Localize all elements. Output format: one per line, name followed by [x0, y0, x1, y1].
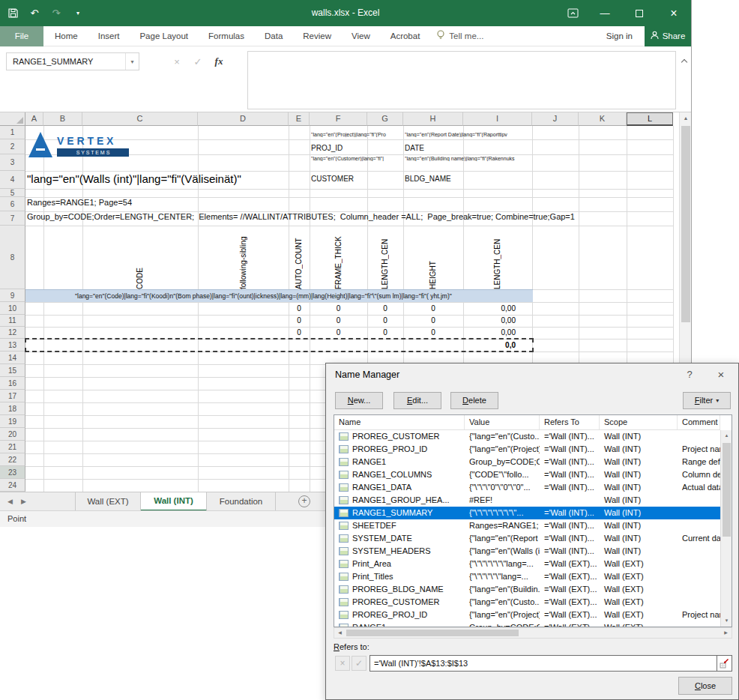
grid-cell-f2[interactable]: PROJ_ID: [311, 144, 343, 152]
list-scroll-left-icon[interactable]: ◀: [334, 628, 346, 638]
grid-cell-h12[interactable]: 0: [403, 327, 463, 339]
grid-cell-e11[interactable]: 0: [289, 315, 310, 327]
dialog-close-icon[interactable]: ×: [708, 363, 734, 386]
grid-cell-h11[interactable]: 0: [403, 315, 463, 327]
column-header-g[interactable]: G: [367, 112, 403, 126]
refers-commit-button[interactable]: ✓: [352, 656, 367, 671]
grid-cell-f10[interactable]: 0: [310, 302, 367, 315]
grid-cell-f3[interactable]: "lang="en"(Customer)|lang="fi"|: [311, 156, 402, 161]
name-row-range1-summary[interactable]: RANGE1_SUMMARY{"\"\"\"\"\"\"\"\"...='Wal…: [334, 507, 720, 519]
name-row-range1[interactable]: RANGE1Group_by=CODE;Or...='Wall (INT)...…: [334, 456, 720, 468]
row-header-8[interactable]: 8: [0, 226, 25, 289]
row-header-1[interactable]: 1: [0, 126, 25, 139]
grid-cell-h1[interactable]: "lang="en"(Report Date)|lang="fi"(Raport…: [405, 132, 532, 137]
grid-cell-a7[interactable]: Group_by=CODE;Order=LENGTH_CENTER; Eleme…: [27, 212, 575, 221]
grid-cell-g10[interactable]: 0: [367, 302, 403, 315]
row-header-15[interactable]: 15: [0, 364, 25, 377]
column-header-l[interactable]: L: [627, 112, 673, 126]
vertical-header-length-cen[interactable]: LENGTH_CEN: [492, 228, 503, 289]
nm-column-header-name[interactable]: Name: [334, 415, 465, 429]
grid-cell-a6[interactable]: Ranges=RANGE1; Page=54: [27, 198, 132, 207]
row-header-18[interactable]: 18: [0, 402, 25, 415]
row-header-3[interactable]: 3: [0, 154, 25, 171]
previous-sheet-icon[interactable]: ◀: [7, 492, 13, 511]
column-header-d[interactable]: D: [198, 112, 289, 126]
vertical-header-following-sibling[interactable]: following-sibling: [238, 228, 249, 289]
row-header-23[interactable]: 23: [0, 466, 25, 479]
name-row-proreg-customer[interactable]: PROREG_CUSTOMER{"lang="en"(Custo...='Wal…: [334, 430, 720, 443]
list-horizontal-scrollbar[interactable]: ◀ ▶: [334, 627, 732, 639]
vertical-header-code[interactable]: CODE: [135, 228, 145, 289]
list-scroll-up-icon[interactable]: ▲: [721, 430, 732, 441]
sheet-tab-wall-ext[interactable]: Wall (EXT): [75, 492, 141, 511]
refers-to-input[interactable]: [370, 655, 717, 672]
grid-cell-h2[interactable]: DATE: [405, 144, 424, 152]
nm-column-header-scope[interactable]: Scope: [600, 415, 678, 429]
dialog-help-button[interactable]: ?: [677, 363, 702, 386]
name-row-range1[interactable]: RANGE1Group_by=CODE;Or...='Wall (EXT)...…: [334, 621, 720, 627]
row-header-17[interactable]: 17: [0, 390, 25, 402]
name-row-proreg-proj-id[interactable]: PROREG_PROJ_ID{"lang="en"(Project)...='W…: [334, 443, 720, 456]
scroll-up-icon[interactable]: ▲: [680, 112, 692, 124]
grid-cell-h3[interactable]: "lang="en"(Building name)|lang="fi"(Rake…: [405, 156, 532, 161]
new-name-button[interactable]: New...: [335, 392, 383, 409]
vertical-scrollbar-thumb[interactable]: [681, 126, 690, 322]
summary-row[interactable]: "lang="en"(Code)|lang="fi"(Koodi)n"(Bom …: [25, 289, 533, 302]
name-row-sheetdef[interactable]: SHEETDEFRanges=RANGE1; P...='Wall (INT).…: [334, 519, 720, 532]
nm-column-header-comment[interactable]: Comment: [678, 415, 720, 429]
edit-name-button[interactable]: Edit...: [393, 392, 441, 409]
row-header-14[interactable]: 14: [0, 351, 25, 364]
vertical-header-frame-thick[interactable]: FRAME_THICK: [334, 228, 344, 289]
grid-cell-a4[interactable]: "lang="en"(Walls (int)"|lang="fi"(Välise…: [27, 172, 241, 185]
row-header-24[interactable]: 24: [0, 479, 25, 492]
row-header-10[interactable]: 10: [0, 302, 25, 315]
collapse-dialog-button[interactable]: [717, 655, 732, 672]
row-header-22[interactable]: 22: [0, 453, 25, 466]
column-header-c[interactable]: C: [82, 112, 198, 126]
grid-cell-i12[interactable]: 0,00: [463, 327, 532, 339]
grid-cell-f11[interactable]: 0: [310, 315, 367, 327]
new-sheet-button[interactable]: +: [298, 495, 310, 507]
nm-column-header-value[interactable]: Value: [465, 415, 540, 429]
grid-cell-i10[interactable]: 0,00: [463, 302, 532, 315]
grid-cell-h4[interactable]: BLDG_NAME: [405, 175, 451, 183]
column-header-k[interactable]: K: [579, 112, 627, 126]
row-header-12[interactable]: 12: [0, 327, 25, 339]
grid-cell-g11[interactable]: 0: [367, 315, 403, 327]
column-header-e[interactable]: E: [289, 112, 310, 126]
row-header-21[interactable]: 21: [0, 441, 25, 453]
column-header-i[interactable]: I: [463, 112, 532, 126]
row-header-13[interactable]: 13: [0, 339, 25, 351]
name-row-system-date[interactable]: SYSTEM_DATE{"lang="en"(Report ...='Wall …: [334, 532, 720, 545]
select-all-corner[interactable]: [0, 112, 25, 126]
vertical-header-length-cen[interactable]: LENGTH_CEN: [380, 228, 390, 289]
column-header-j[interactable]: J: [532, 112, 579, 126]
close-dialog-button[interactable]: Close: [678, 677, 732, 695]
name-row-proreg-proj-id[interactable]: PROREG_PROJ_ID{"lang="en"(Project)...='W…: [334, 609, 720, 621]
row-header-19[interactable]: 19: [0, 415, 25, 428]
row-header-16[interactable]: 16: [0, 377, 25, 390]
list-hscrollbar-thumb[interactable]: [346, 630, 519, 636]
name-row-range1-data[interactable]: RANGE1_DATA{"\"\"\"0"\"0"\"0"...='Wall (…: [334, 481, 720, 494]
grid-cell-h10[interactable]: 0: [403, 302, 463, 315]
sheet-tab-wall-int[interactable]: Wall (INT): [141, 492, 207, 511]
name-row-print-area[interactable]: Print_Area{"\"\"\"\"\"\"lang=...='Wall (…: [334, 558, 720, 570]
row-header-11[interactable]: 11: [0, 315, 25, 327]
row-header-5[interactable]: 5: [0, 189, 25, 197]
grid-cell-g12[interactable]: 0: [367, 327, 403, 339]
list-scroll-down-icon[interactable]: ▼: [721, 615, 732, 627]
list-scrollbar-thumb[interactable]: [723, 443, 731, 537]
delete-name-button[interactable]: Delete: [450, 392, 498, 409]
grid-cell-i11[interactable]: 0,00: [463, 315, 532, 327]
name-row-print-titles[interactable]: Print_Titles{"\"\"\"\"\"lang=...='Wall (…: [334, 570, 720, 583]
sheet-tab-foundation[interactable]: Foundation: [207, 492, 276, 511]
grid-cell-f4[interactable]: CUSTOMER: [311, 175, 354, 183]
name-row-proreg-customer[interactable]: PROREG_CUSTOMER{"lang="en"(Custo...='Wal…: [334, 596, 720, 609]
filter-button[interactable]: Filter ▾: [683, 392, 731, 409]
vertical-header-height[interactable]: HEIGHT: [428, 228, 438, 289]
column-header-b[interactable]: B: [43, 112, 82, 126]
grid-cell-f12[interactable]: 0: [310, 327, 367, 339]
row-header-6[interactable]: 6: [0, 197, 25, 211]
row-header-9[interactable]: 9: [0, 289, 25, 302]
name-row-range1-group-hea[interactable]: RANGE1_GROUP_HEA...#REF!Wall (INT): [334, 494, 720, 507]
